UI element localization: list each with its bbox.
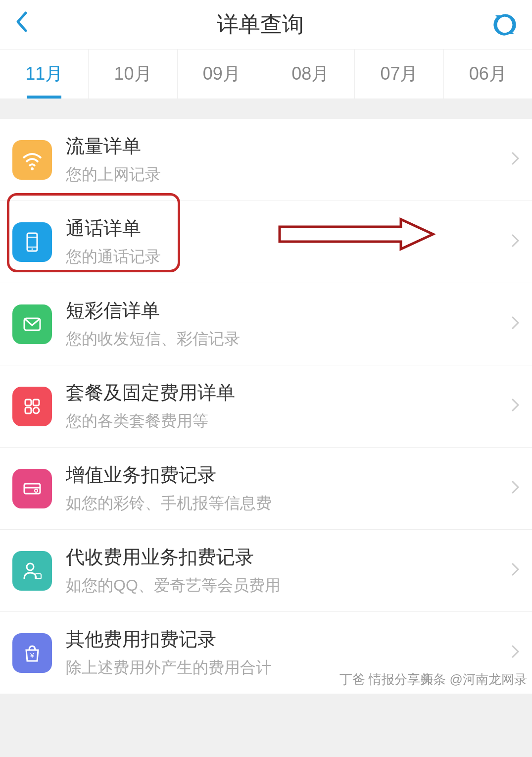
refresh-icon xyxy=(492,12,517,37)
item-content: 套餐及固定费用详单 您的各类套餐费用等 xyxy=(66,380,511,432)
svg-point-9 xyxy=(33,407,39,413)
item-content: 流量详单 您的上网记录 xyxy=(66,134,511,186)
chevron-right-icon xyxy=(511,314,520,335)
watermark-text: 头条 @河南龙网录 xyxy=(420,671,527,688)
item-content: 通话详单 您的通话记录 xyxy=(66,216,511,268)
item-title: 通话详单 xyxy=(66,216,511,241)
grid-icon xyxy=(12,387,52,426)
item-title: 代收费用业务扣费记录 xyxy=(66,545,511,570)
chevron-right-icon xyxy=(511,396,520,417)
svg-point-13 xyxy=(27,563,34,570)
card-icon xyxy=(12,469,52,508)
watermark-left: 丁爸 情报分享师 xyxy=(339,671,433,688)
svg-point-0 xyxy=(31,167,34,170)
detail-list: 流量详单 您的上网记录 通话详单 您的通话记录 短彩信详单 您的收发短信、彩信记… xyxy=(0,119,532,694)
chevron-right-icon xyxy=(511,150,520,170)
wifi-icon xyxy=(12,140,52,180)
chevron-right-icon xyxy=(511,478,520,499)
bag-icon: ¥ xyxy=(12,633,52,673)
refresh-button[interactable] xyxy=(492,12,517,37)
item-title: 其他费用扣费记录 xyxy=(66,627,511,652)
item-subtitle: 您的各类套餐费用等 xyxy=(66,410,511,432)
item-subtitle: 如您的QQ、爱奇艺等会员费用 xyxy=(66,575,511,597)
item-content: 短彩信详单 您的收发短信、彩信记录 xyxy=(66,298,511,350)
spacer xyxy=(0,99,532,119)
svg-point-4 xyxy=(32,248,33,250)
header: 详单查询 xyxy=(0,0,532,50)
tab-month-07[interactable]: 07月 xyxy=(354,50,443,99)
month-tabs: 11月 10月 09月 08月 07月 06月 xyxy=(0,50,532,99)
tab-month-09[interactable]: 09月 xyxy=(177,50,266,99)
svg-rect-7 xyxy=(33,400,39,405)
list-item-sms-mms[interactable]: 短彩信详单 您的收发短信、彩信记录 xyxy=(0,283,532,365)
item-subtitle: 您的通话记录 xyxy=(66,246,511,268)
item-title: 短彩信详单 xyxy=(66,298,511,323)
item-title: 流量详单 xyxy=(66,134,511,159)
phone-icon xyxy=(12,222,52,262)
back-button[interactable] xyxy=(15,11,28,38)
watermark-right: 头条 @河南龙网录 xyxy=(420,671,527,688)
item-content: 代收费用业务扣费记录 如您的QQ、爱奇艺等会员费用 xyxy=(66,545,511,597)
tab-month-06[interactable]: 06月 xyxy=(443,50,532,99)
person-icon xyxy=(12,551,52,591)
tab-month-10[interactable]: 10月 xyxy=(88,50,177,99)
item-subtitle: 您的收发短信、彩信记录 xyxy=(66,328,511,350)
svg-text:¥: ¥ xyxy=(30,652,34,659)
list-item-package-fees[interactable]: 套餐及固定费用详单 您的各类套餐费用等 xyxy=(0,365,532,448)
tab-month-08[interactable]: 08月 xyxy=(266,50,354,99)
svg-rect-6 xyxy=(25,400,31,405)
item-content: 增值业务扣费记录 如您的彩铃、手机报等信息费 xyxy=(66,462,511,514)
chevron-right-icon xyxy=(511,643,520,663)
item-title: 增值业务扣费记录 xyxy=(66,462,511,488)
tab-month-11[interactable]: 11月 xyxy=(0,50,88,99)
back-icon xyxy=(15,11,28,33)
list-item-value-added[interactable]: 增值业务扣费记录 如您的彩铃、手机报等信息费 xyxy=(0,448,532,530)
item-title: 套餐及固定费用详单 xyxy=(66,380,511,405)
svg-rect-8 xyxy=(25,407,31,413)
page-title: 详单查询 xyxy=(217,10,304,39)
svg-rect-10 xyxy=(24,484,40,494)
list-item-collection-fees[interactable]: 代收费用业务扣费记录 如您的QQ、爱奇艺等会员费用 xyxy=(0,530,532,612)
list-item-data-usage[interactable]: 流量详单 您的上网记录 xyxy=(0,119,532,201)
chevron-right-icon xyxy=(511,560,520,581)
item-subtitle: 如您的彩铃、手机报等信息费 xyxy=(66,493,511,514)
svg-point-12 xyxy=(35,489,38,492)
watermark-text: 丁爸 情报分享师 xyxy=(339,672,433,687)
item-subtitle: 您的上网记录 xyxy=(66,164,511,186)
chevron-right-icon xyxy=(511,232,520,252)
list-item-call-records[interactable]: 通话详单 您的通话记录 xyxy=(0,201,532,283)
mail-icon xyxy=(12,304,52,344)
